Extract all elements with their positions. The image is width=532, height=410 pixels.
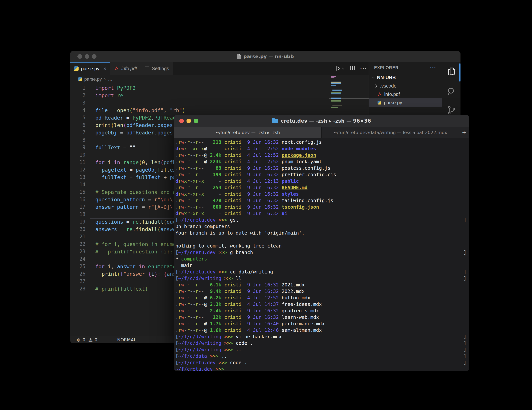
prompt-line: [~/f/c/data >>> ..]: [175, 353, 467, 360]
editor-tab-bar: parse.py × info.pdf Settings ···: [70, 62, 369, 75]
window-title: parse.py — nn-ubb: [70, 51, 460, 62]
split-editor-button[interactable]: [350, 65, 355, 72]
vim-mode-indicator: -- NORMAL --: [113, 337, 141, 342]
terminal-output[interactable]: .rw-r--r-- 213 cristi 9 Jun 16:32 next.c…: [174, 138, 469, 371]
warnings-count[interactable]: 0: [95, 337, 97, 342]
terminal-line: .rw-r--r-- 213 cristi 9 Jun 16:32 next.c…: [175, 139, 467, 145]
prompt-line: [~/f/cretu.dev >>> code .]: [175, 360, 467, 366]
terminal-line: .rw-r--r-- 800 cristi 9 Jun 16:32 tsconf…: [175, 204, 467, 210]
terminal-line: Your branch is up to date with 'origin/m…: [175, 230, 467, 236]
terminal-line: drwxr-xr-x@ - cristi 4 Jul 12:52 node_mo…: [175, 145, 467, 152]
tab-parse-py[interactable]: parse.py ×: [70, 62, 110, 75]
close-tab-icon[interactable]: ×: [103, 66, 106, 72]
code-line[interactable]: 3: [70, 99, 369, 107]
prompt-line: [~/f/c/d/writing >>> ..]: [175, 346, 467, 353]
terminal-line: drwxr-xr-x - cristi 9 Jun 16:32 styles: [175, 191, 467, 197]
terminal-line: .rw-r--r--@ 6.2k cristi 4 Jul 12:52 butt…: [175, 295, 467, 301]
terminal-tab-active[interactable]: ~/fun/cretu.dev — -zsh ▸ -zsh: [174, 127, 321, 138]
code-line[interactable]: 4file = open("info.pdf", "rb"): [70, 107, 369, 114]
pdf-icon: [114, 66, 119, 71]
prompt-line: [~/f/cretu.dev >>> g branch]: [175, 249, 467, 256]
more-actions-icon[interactable]: ···: [360, 65, 367, 72]
terminal-line: .rw-r--r--@ 2.3k cristi 4 Jul 14:37 free…: [175, 301, 467, 308]
folder-icon: [272, 119, 278, 123]
terminal-line: .rw-r--r-- 199 cristi 9 Jun 16:32 pretti…: [175, 172, 467, 178]
tab-settings[interactable]: Settings: [141, 62, 173, 75]
active-view-indicator: [459, 63, 460, 82]
terminal-line: .rw-r--r--@ 1.7k cristi 9 Jun 16:40 perf…: [175, 321, 467, 327]
terminal-line: * computers: [175, 256, 467, 262]
terminal-line: .rw-r--r-- 2.4k cristi 9 Jun 16:32 gradi…: [175, 308, 467, 314]
pdf-icon: [378, 92, 382, 96]
editor-actions: ···: [336, 62, 367, 75]
desktop: { "colors":{"accent_blue":"#4896e8","dir…: [0, 0, 532, 410]
explorer-more-icon[interactable]: ···: [430, 65, 436, 71]
terminal-window: cretu.dev — -zsh ▸ -zsh — 96×36 ~/fun/cr…: [174, 115, 469, 371]
prompt-line: [~/f/c/d/writing >>> vi be-hacker.mdx]: [175, 334, 467, 340]
python-icon: [378, 101, 381, 105]
terminal-line: nothing to commit, working tree clean: [175, 243, 467, 249]
code-line[interactable]: 1import PyPDF2: [70, 84, 369, 92]
terminal-window-title: cretu.dev — -zsh ▸ -zsh — 96×36: [174, 115, 469, 127]
terminal-line: On branch computers: [175, 223, 467, 230]
terminal-line: main: [175, 262, 467, 269]
explorer-title: EXPLORER: [374, 65, 399, 70]
prompt-line: [~/f/c/d/writing >>> code .]: [175, 340, 467, 346]
chevron-right-icon: [374, 84, 377, 87]
sidebar-item-vscode-folder[interactable]: .vscode: [369, 82, 442, 90]
terminal-line: drwxr-xr-x - cristi 4 Jul 12:13 public: [175, 178, 467, 184]
prompt-line: [~/f/cretu.dev >>> gst]: [175, 217, 467, 223]
search-icon[interactable]: [442, 84, 460, 99]
explorer-root[interactable]: NN-UBB: [369, 73, 442, 82]
chevron-down-icon: [371, 75, 375, 79]
terminal-tab-bar: ~/fun/cretu.dev — -zsh ▸ -zsh ~/fun/cret…: [174, 127, 469, 138]
terminal-line: .rw-r--r-- 6.1k cristi 9 Jun 16:32 2021.…: [175, 282, 467, 288]
new-tab-button[interactable]: +: [459, 127, 469, 138]
python-icon: [78, 77, 82, 81]
terminal-line: .rw-r--r--@ 223k cristi 4 Jul 12:52 pnpm…: [175, 158, 467, 165]
tab-info-pdf[interactable]: info.pdf: [110, 62, 141, 75]
prompt-line: [~/f/cretu.dev >>> cd data/writing]: [175, 269, 467, 275]
file-icon: [237, 54, 241, 59]
sidebar-item-info-pdf[interactable]: info.pdf: [369, 90, 442, 98]
terminal-titlebar: cretu.dev — -zsh ▸ -zsh — 96×36: [174, 115, 469, 127]
vscode-titlebar: parse.py — nn-ubb: [70, 51, 460, 62]
sidebar-item-parse-py[interactable]: parse.py: [369, 98, 442, 107]
run-button[interactable]: [336, 66, 345, 71]
python-icon: [74, 66, 79, 71]
minimap[interactable]: [331, 76, 363, 114]
terminal-line: .rw-r--r-- 478 cristi 9 Jun 16:32 tailwi…: [175, 197, 467, 204]
prompt-line: ~/f/cretu.dev >>>: [175, 366, 467, 371]
prompt-line: [~/f/c/d/writing >>> ll]: [175, 275, 467, 282]
terminal-line: [175, 236, 467, 243]
errors-icon[interactable]: ⊗: [77, 337, 81, 343]
breadcrumb[interactable]: parse.py › …: [70, 75, 369, 84]
explorer-view-icon[interactable]: [442, 64, 460, 79]
terminal-line: .rw-r--r-- 83 cristi 9 Jun 16:32 postcss…: [175, 165, 467, 172]
code-line[interactable]: 2import re: [70, 92, 369, 99]
terminal-line: .rw-r--r--@ 1.6k cristi 4 Jul 12:46 sam-…: [175, 327, 467, 334]
errors-count[interactable]: 0: [83, 337, 86, 342]
settings-list-icon: [145, 67, 149, 70]
terminal-line: .rw-r--r--@ 2.4k cristi 4 Jul 12:52 pack…: [175, 152, 467, 158]
terminal-line: .rw-r--r-- 12k cristi 9 Jun 16:32 learn-…: [175, 314, 467, 321]
terminal-line: .rw-r--r-- 9.4k cristi 9 Jun 16:32 2022.…: [175, 288, 467, 295]
terminal-line: .rw-r--r-- 254 cristi 9 Jun 16:32 README…: [175, 184, 467, 191]
terminal-line: drwxr-xr-x - cristi 9 Jun 16:32 ui: [175, 210, 467, 217]
warnings-icon[interactable]: ⚠: [88, 337, 93, 343]
terminal-tab-inactive[interactable]: ~/fun/cretu.dev/data/writing — less ◂ ba…: [321, 127, 459, 138]
